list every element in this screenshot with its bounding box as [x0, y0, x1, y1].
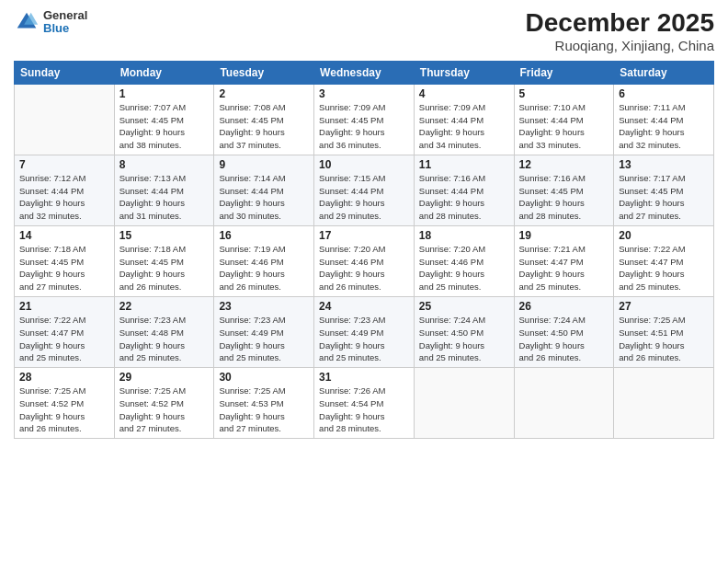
calendar-week-row: 21Sunrise: 7:22 AMSunset: 4:47 PMDayligh…: [15, 296, 714, 367]
calendar-day-cell: 29Sunrise: 7:25 AMSunset: 4:52 PMDayligh…: [114, 368, 214, 439]
logo-text: General Blue: [43, 9, 87, 36]
day-number: 15: [119, 229, 210, 242]
day-info: Sunrise: 7:16 AMSunset: 4:45 PMDaylight:…: [519, 172, 609, 223]
calendar-table: SundayMondayTuesdayWednesdayThursdayFrid…: [14, 61, 714, 439]
calendar-day-cell: 2Sunrise: 7:08 AMSunset: 4:45 PMDaylight…: [214, 84, 314, 155]
day-info: Sunrise: 7:24 AMSunset: 4:50 PMDaylight:…: [419, 314, 509, 364]
day-number: 8: [119, 158, 210, 171]
calendar-day-cell: 4Sunrise: 7:09 AMSunset: 4:44 PMDaylight…: [414, 84, 514, 155]
day-info: Sunrise: 7:14 AMSunset: 4:44 PMDaylight:…: [219, 172, 309, 223]
day-number: 31: [319, 371, 409, 384]
day-number: 30: [219, 371, 309, 384]
day-info: Sunrise: 7:12 AMSunset: 4:44 PMDaylight:…: [19, 172, 109, 223]
calendar-day-cell: [15, 84, 115, 155]
day-number: 9: [219, 158, 309, 171]
day-number: 29: [119, 371, 210, 384]
logo: General Blue: [14, 9, 87, 36]
calendar-day-cell: 28Sunrise: 7:25 AMSunset: 4:52 PMDayligh…: [15, 368, 115, 439]
day-info: Sunrise: 7:18 AMSunset: 4:45 PMDaylight:…: [119, 243, 210, 293]
day-of-week-header: Tuesday: [214, 61, 314, 84]
day-number: 22: [119, 300, 210, 313]
calendar-day-cell: 23Sunrise: 7:23 AMSunset: 4:49 PMDayligh…: [214, 296, 314, 367]
day-info: Sunrise: 7:23 AMSunset: 4:48 PMDaylight:…: [119, 314, 210, 364]
day-of-week-header: Thursday: [414, 61, 514, 84]
calendar-day-cell: 20Sunrise: 7:22 AMSunset: 4:47 PMDayligh…: [614, 225, 714, 296]
day-info: Sunrise: 7:19 AMSunset: 4:46 PMDaylight:…: [219, 243, 309, 293]
calendar-day-cell: [414, 368, 514, 439]
day-info: Sunrise: 7:25 AMSunset: 4:51 PMDaylight:…: [619, 314, 709, 364]
calendar-day-cell: 30Sunrise: 7:25 AMSunset: 4:53 PMDayligh…: [214, 368, 314, 439]
day-of-week-header: Friday: [514, 61, 614, 84]
day-number: 28: [19, 371, 109, 384]
day-number: 3: [319, 87, 409, 100]
calendar-day-cell: 1Sunrise: 7:07 AMSunset: 4:45 PMDaylight…: [114, 84, 214, 155]
calendar-day-cell: 10Sunrise: 7:15 AMSunset: 4:44 PMDayligh…: [314, 155, 415, 225]
calendar-day-cell: 25Sunrise: 7:24 AMSunset: 4:50 PMDayligh…: [414, 296, 514, 367]
day-info: Sunrise: 7:13 AMSunset: 4:44 PMDaylight:…: [119, 172, 210, 223]
calendar-day-cell: 11Sunrise: 7:16 AMSunset: 4:44 PMDayligh…: [414, 155, 514, 225]
day-number: 5: [519, 87, 609, 100]
calendar-day-cell: 24Sunrise: 7:23 AMSunset: 4:49 PMDayligh…: [314, 296, 415, 367]
calendar-week-row: 1Sunrise: 7:07 AMSunset: 4:45 PMDaylight…: [15, 84, 714, 155]
day-info: Sunrise: 7:11 AMSunset: 4:44 PMDaylight:…: [619, 101, 709, 152]
logo-general: General: [43, 9, 87, 22]
day-info: Sunrise: 7:09 AMSunset: 4:44 PMDaylight:…: [419, 101, 509, 152]
day-info: Sunrise: 7:25 AMSunset: 4:53 PMDaylight:…: [219, 385, 309, 435]
day-number: 20: [619, 229, 709, 242]
day-number: 1: [119, 87, 210, 100]
day-info: Sunrise: 7:22 AMSunset: 4:47 PMDaylight:…: [619, 243, 709, 293]
day-info: Sunrise: 7:21 AMSunset: 4:47 PMDaylight:…: [519, 243, 609, 293]
calendar-day-cell: 26Sunrise: 7:24 AMSunset: 4:50 PMDayligh…: [514, 296, 614, 367]
day-info: Sunrise: 7:26 AMSunset: 4:54 PMDaylight:…: [319, 385, 409, 435]
calendar-week-row: 7Sunrise: 7:12 AMSunset: 4:44 PMDaylight…: [15, 155, 714, 225]
day-info: Sunrise: 7:23 AMSunset: 4:49 PMDaylight:…: [219, 314, 309, 364]
logo-blue: Blue: [43, 22, 87, 35]
calendar-day-cell: 14Sunrise: 7:18 AMSunset: 4:45 PMDayligh…: [15, 225, 115, 296]
day-number: 21: [19, 300, 109, 313]
day-of-week-header: Sunday: [15, 61, 115, 84]
day-of-week-header: Wednesday: [314, 61, 415, 84]
calendar-title: December 2025: [526, 9, 714, 38]
day-info: Sunrise: 7:25 AMSunset: 4:52 PMDaylight:…: [119, 385, 210, 435]
calendar-day-cell: 21Sunrise: 7:22 AMSunset: 4:47 PMDayligh…: [15, 296, 115, 367]
day-number: 18: [419, 229, 509, 242]
day-of-week-header: Monday: [114, 61, 214, 84]
calendar-day-cell: 22Sunrise: 7:23 AMSunset: 4:48 PMDayligh…: [114, 296, 214, 367]
day-info: Sunrise: 7:22 AMSunset: 4:47 PMDaylight:…: [19, 314, 109, 364]
calendar-header-row: SundayMondayTuesdayWednesdayThursdayFrid…: [15, 61, 714, 84]
day-info: Sunrise: 7:18 AMSunset: 4:45 PMDaylight:…: [19, 243, 109, 293]
day-number: 24: [319, 300, 409, 313]
day-number: 17: [319, 229, 409, 242]
calendar-day-cell: 16Sunrise: 7:19 AMSunset: 4:46 PMDayligh…: [214, 225, 314, 296]
logo-icon: [14, 9, 40, 35]
day-number: 4: [419, 87, 509, 100]
day-number: 27: [619, 300, 709, 313]
day-number: 6: [619, 87, 709, 100]
calendar-day-cell: 27Sunrise: 7:25 AMSunset: 4:51 PMDayligh…: [614, 296, 714, 367]
calendar-day-cell: 17Sunrise: 7:20 AMSunset: 4:46 PMDayligh…: [314, 225, 415, 296]
day-info: Sunrise: 7:16 AMSunset: 4:44 PMDaylight:…: [419, 172, 509, 223]
day-info: Sunrise: 7:25 AMSunset: 4:52 PMDaylight:…: [19, 385, 109, 435]
day-info: Sunrise: 7:17 AMSunset: 4:45 PMDaylight:…: [619, 172, 709, 223]
day-number: 25: [419, 300, 509, 313]
day-number: 11: [419, 158, 509, 171]
calendar-day-cell: 19Sunrise: 7:21 AMSunset: 4:47 PMDayligh…: [514, 225, 614, 296]
calendar-day-cell: 8Sunrise: 7:13 AMSunset: 4:44 PMDaylight…: [114, 155, 214, 225]
calendar-day-cell: [514, 368, 614, 439]
calendar-day-cell: 13Sunrise: 7:17 AMSunset: 4:45 PMDayligh…: [614, 155, 714, 225]
day-number: 16: [219, 229, 309, 242]
calendar-day-cell: 7Sunrise: 7:12 AMSunset: 4:44 PMDaylight…: [15, 155, 115, 225]
calendar-day-cell: 5Sunrise: 7:10 AMSunset: 4:44 PMDaylight…: [514, 84, 614, 155]
calendar-day-cell: [614, 368, 714, 439]
day-number: 13: [619, 158, 709, 171]
day-info: Sunrise: 7:10 AMSunset: 4:44 PMDaylight:…: [519, 101, 609, 152]
day-info: Sunrise: 7:23 AMSunset: 4:49 PMDaylight:…: [319, 314, 409, 364]
day-info: Sunrise: 7:07 AMSunset: 4:45 PMDaylight:…: [119, 101, 210, 152]
calendar-day-cell: 9Sunrise: 7:14 AMSunset: 4:44 PMDaylight…: [214, 155, 314, 225]
calendar-week-row: 14Sunrise: 7:18 AMSunset: 4:45 PMDayligh…: [15, 225, 714, 296]
day-info: Sunrise: 7:09 AMSunset: 4:45 PMDaylight:…: [319, 101, 409, 152]
title-block: December 2025 Ruoqiang, Xinjiang, China: [526, 9, 714, 53]
day-info: Sunrise: 7:20 AMSunset: 4:46 PMDaylight:…: [319, 243, 409, 293]
day-number: 12: [519, 158, 609, 171]
calendar-day-cell: 12Sunrise: 7:16 AMSunset: 4:45 PMDayligh…: [514, 155, 614, 225]
